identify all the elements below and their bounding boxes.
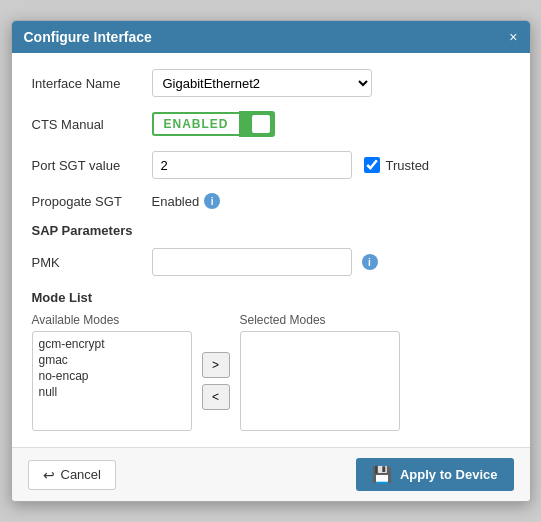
propogate-sgt-label: Propogate SGT — [32, 194, 152, 209]
cts-toggle[interactable]: ENABLED — [152, 111, 510, 137]
pmk-control: i — [152, 248, 510, 276]
remove-mode-button[interactable]: < — [202, 384, 230, 410]
cts-switch[interactable] — [239, 111, 275, 137]
trusted-row: Trusted — [364, 157, 430, 173]
list-item[interactable]: null — [37, 384, 187, 400]
port-sgt-input[interactable] — [152, 151, 352, 179]
configure-interface-dialog: Configure Interface × Interface Name Gig… — [11, 20, 531, 502]
propogate-info-icon[interactable]: i — [204, 193, 220, 209]
interface-name-row: Interface Name GigabitEthernet2 — [32, 69, 510, 97]
cancel-label: Cancel — [61, 467, 101, 482]
dialog-title: Configure Interface — [24, 29, 152, 45]
propogate-value: Enabled — [152, 194, 200, 209]
mode-list-section: Mode List Available Modes gcm-encrypt gm… — [32, 290, 510, 431]
port-sgt-control: Trusted — [152, 151, 510, 179]
mode-arrow-buttons: > < — [202, 352, 230, 410]
dialog-footer: ↩ Cancel 💾 Apply to Device — [12, 447, 530, 501]
cancel-button[interactable]: ↩ Cancel — [28, 460, 116, 490]
trusted-label: Trusted — [386, 158, 430, 173]
propogate-sgt-row: Propogate SGT Enabled i — [32, 193, 510, 209]
list-item[interactable]: no-encap — [37, 368, 187, 384]
interface-name-control: GigabitEthernet2 — [152, 69, 510, 97]
pmk-input[interactable] — [152, 248, 352, 276]
interface-name-select[interactable]: GigabitEthernet2 — [152, 69, 372, 97]
cts-enabled-label: ENABLED — [152, 112, 239, 136]
list-item[interactable]: gcm-encrypt — [37, 336, 187, 352]
selected-modes-label: Selected Modes — [240, 313, 400, 327]
selected-modes-listbox[interactable] — [240, 331, 400, 431]
interface-name-label: Interface Name — [32, 76, 152, 91]
dialog-body: Interface Name GigabitEthernet2 CTS Manu… — [12, 53, 530, 447]
list-item[interactable]: gmac — [37, 352, 187, 368]
sap-section-title: SAP Parameters — [32, 223, 510, 238]
selected-modes-container: Selected Modes — [240, 313, 400, 431]
port-sgt-row: Port SGT value Trusted — [32, 151, 510, 179]
close-button[interactable]: × — [509, 30, 517, 44]
available-modes-label: Available Modes — [32, 313, 192, 327]
trusted-checkbox[interactable] — [364, 157, 380, 173]
propogate-sgt-control: Enabled i — [152, 193, 510, 209]
cts-manual-control: ENABLED — [152, 111, 510, 137]
apply-icon: 💾 — [372, 465, 392, 484]
mode-lists: Available Modes gcm-encrypt gmac no-enca… — [32, 313, 510, 431]
cancel-icon: ↩ — [43, 467, 55, 483]
cts-knob — [252, 115, 270, 133]
mode-list-title: Mode List — [32, 290, 510, 305]
available-modes-container: Available Modes gcm-encrypt gmac no-enca… — [32, 313, 192, 431]
cts-manual-label: CTS Manual — [32, 117, 152, 132]
add-mode-button[interactable]: > — [202, 352, 230, 378]
pmk-info-icon[interactable]: i — [362, 254, 378, 270]
pmk-label: PMK — [32, 255, 152, 270]
apply-button[interactable]: 💾 Apply to Device — [356, 458, 514, 491]
cts-manual-row: CTS Manual ENABLED — [32, 111, 510, 137]
dialog-header: Configure Interface × — [12, 21, 530, 53]
pmk-row: PMK i — [32, 248, 510, 276]
apply-label: Apply to Device — [400, 467, 498, 482]
port-sgt-label: Port SGT value — [32, 158, 152, 173]
available-modes-listbox[interactable]: gcm-encrypt gmac no-encap null — [32, 331, 192, 431]
